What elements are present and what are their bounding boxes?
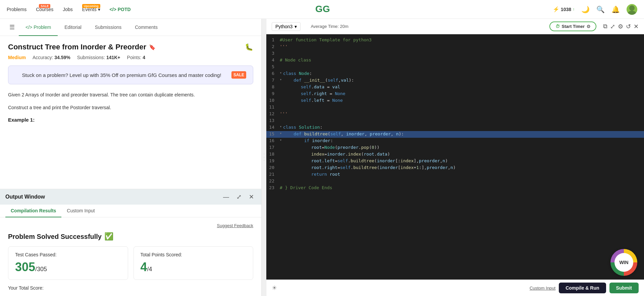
points-card: Total Points Scored: 4/4 <box>133 246 254 280</box>
editor-icon-group: ⧉ ⤢ ⚙ ↺ ✕ <box>603 23 639 30</box>
bookmark-icon[interactable]: 🔖 <box>149 44 156 50</box>
stats-grid: Test Cases Passed: 305/305 Total Points … <box>8 246 253 280</box>
close-editor-icon[interactable]: ✕ <box>634 23 639 30</box>
copy-code-icon[interactable]: ⧉ <box>603 23 607 30</box>
code-line-17: 17 root=Node(preorder.pop(0)) <box>266 144 644 151</box>
divider-dots: · · · <box>262 154 266 162</box>
line-content: #User function Template for python3 <box>280 37 644 42</box>
brightness-icon[interactable]: ☀ <box>272 284 277 292</box>
code-line-18: 18 index=inorder.index(root.data) <box>266 151 644 158</box>
code-line-22: 22 <box>266 178 644 185</box>
fold-arrow[interactable]: ▾ <box>280 138 282 142</box>
points-label: Points: 4 <box>127 55 146 60</box>
code-line-10: 10 self.left = None <box>266 97 644 104</box>
submit-button[interactable]: Submit <box>609 283 639 293</box>
tab-comments[interactable]: Comments <box>128 19 164 36</box>
line-content: index=inorder.index(root.data) <box>280 152 644 157</box>
search-icon[interactable]: 🔍 <box>596 5 605 13</box>
sale-badge: SALE <box>39 4 50 8</box>
nav-jobs[interactable]: Jobs <box>63 7 73 12</box>
fold-arrow[interactable]: ▾ <box>280 131 282 135</box>
code-line-4: 4# Node class <box>266 57 644 64</box>
start-timer-button[interactable]: ⏱ Start Timer ⊙ <box>549 22 596 31</box>
code-line-12: 12''' <box>266 111 644 118</box>
code-line-1: 1#User function Template for python3 <box>266 37 644 44</box>
settings-icon[interactable]: ⚙ <box>618 23 623 30</box>
panel-divider[interactable]: · · · <box>262 19 266 296</box>
svg-text:G: G <box>323 4 330 14</box>
suggest-feedback-link[interactable]: Suggest Feedback <box>217 223 253 228</box>
win-badge[interactable]: WIN <box>610 249 637 276</box>
suggest-feedback-row: Suggest Feedback <box>8 223 253 228</box>
points-scored-label: Total Points Scored: <box>141 252 247 257</box>
maximize-button[interactable]: ⤢ <box>234 193 244 201</box>
line-number: 1 <box>266 37 280 42</box>
problem-title-text: Construct Tree from Inorder & Preorder <box>8 43 146 51</box>
nav-courses[interactable]: SALE Courses <box>36 7 53 12</box>
line-content: return root <box>280 172 644 177</box>
avg-time: Average Time: 20m <box>311 24 348 29</box>
tab-problem[interactable]: </> Problem <box>19 19 58 36</box>
user-avatar[interactable] <box>627 4 637 15</box>
fold-arrow[interactable]: ▾ <box>280 125 282 128</box>
code-line-7: 7▾ def __init__(self,val): <box>266 77 644 84</box>
total-score-label: Your Total Score: <box>8 285 253 291</box>
difficulty-badge: Medium <box>8 55 26 60</box>
language-selector[interactable]: Python3 ▾ <box>272 22 301 31</box>
line-content: root.right=self.buildtree(inorder[index+… <box>280 165 644 170</box>
tab-custom-input[interactable]: Custom Input <box>61 205 100 217</box>
upcoming-badge: Upcoming <box>82 4 100 8</box>
line-number: 19 <box>266 158 280 163</box>
code-editor[interactable]: 1#User function Template for python32'''… <box>266 34 644 280</box>
problem-tabs: ☰ </> Problem Editorial Submissions Comm… <box>0 19 261 36</box>
editor-bottom: ☀ Custom Input Compile & Run Submit <box>266 280 644 296</box>
dark-mode-toggle[interactable]: 🌙 <box>581 5 590 13</box>
promo-sale-badge: SALE <box>231 71 246 79</box>
compile-run-button[interactable]: Compile & Run <box>559 283 606 293</box>
fold-arrow[interactable]: ▾ <box>280 71 282 75</box>
code-line-13: 13 <box>266 118 644 124</box>
close-output-button[interactable]: ✕ <box>247 193 256 201</box>
site-logo[interactable]: G G <box>314 2 330 16</box>
fold-arrow[interactable]: ▾ <box>280 78 282 81</box>
code-line-14: 14▾class Solution: <box>266 124 644 131</box>
problem-content: Construct Tree from Inorder & Preorder 🔖… <box>0 36 261 189</box>
line-content: ''' <box>280 44 644 49</box>
nav-problems[interactable]: Problems <box>7 7 26 12</box>
streak-display: ⚡ 1038 ↑ <box>553 6 575 12</box>
line-content: self.right = None <box>280 91 644 96</box>
line-content: ''' <box>280 111 644 116</box>
notifications-icon[interactable]: 🔔 <box>611 5 620 13</box>
line-content: self.left = None <box>280 98 644 103</box>
timer-icon: ⏱ <box>555 24 560 29</box>
code-line-6: 6▾class Node: <box>266 71 644 77</box>
output-header: Output Window — ⤢ ✕ <box>0 189 261 205</box>
bug-icon[interactable]: 🐛 <box>245 43 253 51</box>
custom-input-link[interactable]: Custom Input <box>530 286 555 291</box>
line-number: 4 <box>266 57 280 62</box>
test-cases-value: 305/305 <box>15 260 121 274</box>
problem-meta: Medium Accuracy: 34.59% Submissions: 141… <box>8 55 253 60</box>
right-panel: Python3 ▾ Average Time: 20m ⏱ Start Time… <box>266 19 644 296</box>
promo-banner[interactable]: Stuck on a problem? Level up with 35% Of… <box>8 66 253 84</box>
nav-events[interactable]: Upcoming Events ▾ <box>82 7 100 12</box>
line-number: 12 <box>266 111 280 116</box>
tab-submissions[interactable]: Submissions <box>88 19 128 36</box>
tab-compilation-results[interactable]: Compilation Results <box>5 205 61 217</box>
line-content: def buildtree(self, inorder, preorder, n… <box>283 131 644 136</box>
minimize-button[interactable]: — <box>221 193 231 201</box>
main-layout: ☰ </> Problem Editorial Submissions Comm… <box>0 19 644 296</box>
example-title: Example 1: <box>8 117 253 123</box>
nav-left: Problems SALE Courses Jobs Upcoming Even… <box>7 7 131 12</box>
problem-desc-1: Given 2 Arrays of Inorder and preorder t… <box>8 91 253 98</box>
hamburger-menu[interactable]: ☰ <box>5 19 19 36</box>
win-inner: WIN <box>614 253 633 272</box>
nav-potd[interactable]: </> POTD <box>110 7 131 12</box>
line-number: 10 <box>266 98 280 103</box>
lightning-icon: ⚡ <box>553 6 559 12</box>
reset-icon[interactable]: ↺ <box>626 23 631 30</box>
code-line-21: 21 return root <box>266 171 644 178</box>
tab-editorial[interactable]: Editorial <box>58 19 88 36</box>
expand-editor-icon[interactable]: ⤢ <box>610 23 615 30</box>
points-scored-value: 4/4 <box>141 260 247 274</box>
